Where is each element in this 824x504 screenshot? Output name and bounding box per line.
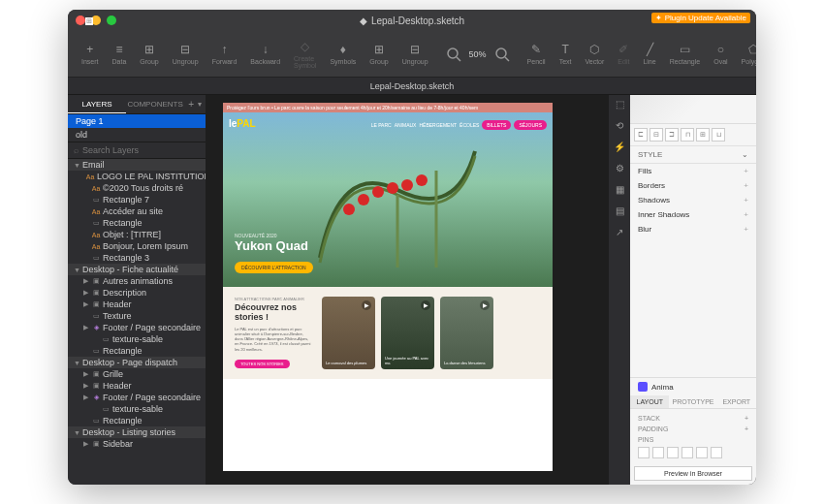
inspector-row-shadows[interactable]: Shadows+ — [630, 193, 756, 207]
tool-forward[interactable]: ↑Forward — [206, 41, 243, 67]
link-icon[interactable]: ⟲ — [613, 120, 626, 134]
tool-data[interactable]: ≡Data — [107, 41, 133, 67]
pin-control[interactable] — [652, 447, 664, 458]
tool-group[interactable]: ⊞Group — [134, 41, 164, 67]
tool-pencil[interactable]: ✎Pencil — [522, 41, 552, 67]
layer-row[interactable]: ▶▣Header — [68, 299, 206, 310]
pin-control[interactable] — [711, 447, 722, 458]
layer-row[interactable]: AaAccéder au site — [68, 205, 206, 217]
plugin-update-badge[interactable]: ✦ Plugin Update Available — [651, 13, 750, 23]
style-header[interactable]: STYLE⌄ — [630, 146, 756, 163]
nav-cta-billets[interactable]: BILLETS — [482, 120, 511, 130]
pin-control[interactable] — [681, 447, 693, 458]
anima-tab-prototype[interactable]: PROTOTYPE — [669, 395, 716, 408]
zoom-window[interactable] — [107, 16, 116, 25]
tab-components[interactable]: COMPONENTS — [126, 95, 184, 113]
inspector-row-borders[interactable]: Borders+ — [630, 178, 756, 193]
layer-row[interactable]: AaBonjour, Lorem Ipsum — [68, 240, 206, 252]
nav-link[interactable]: ÉCOLES — [460, 122, 479, 128]
layer-row[interactable]: ▶▣Sidebar — [68, 438, 206, 450]
pin-control[interactable] — [667, 447, 679, 458]
tool-create-symbol[interactable]: ◇Create Symbol — [288, 38, 322, 71]
tool-vector[interactable]: ⬡Vector — [580, 41, 611, 67]
flash-icon[interactable]: ⚡ — [613, 142, 626, 155]
tool-symbols[interactable]: ♦Symbols — [324, 41, 362, 67]
gear-icon[interactable]: ⚙ — [613, 163, 626, 176]
layer-row[interactable]: ▶◈Footer / Page secondaire — [68, 322, 206, 333]
plus-icon[interactable]: + — [744, 210, 748, 219]
tool-rectangle[interactable]: ▭Rectangle — [664, 41, 707, 67]
layer-row[interactable]: ▭texture-sable — [68, 333, 206, 345]
page-item[interactable]: old — [68, 128, 206, 142]
layer-row[interactable]: ▼⊞Desktop - Page dispatch — [68, 357, 206, 368]
inspector-row-fills[interactable]: Fills+ — [630, 164, 756, 178]
align-top[interactable]: ⊓ — [681, 128, 694, 142]
layer-row[interactable]: ▶▣Header — [68, 380, 206, 392]
layer-row[interactable]: ▭Rectangle 3 — [68, 252, 206, 264]
nav-cta-sejours[interactable]: SÉJOURS — [514, 120, 547, 130]
layout-icon[interactable]: ▤ — [613, 205, 626, 219]
layer-row[interactable]: ▶▣Autres animations — [68, 275, 206, 287]
layer-row[interactable]: Aa©2020 Tous droits ré — [68, 182, 206, 194]
prototype-icon[interactable]: ⬚ — [613, 99, 626, 112]
plus-icon[interactable]: + — [744, 181, 748, 190]
anima-tab-export[interactable]: EXPORT — [717, 395, 756, 408]
tool-insert[interactable]: +Insert — [76, 41, 105, 67]
plus-icon[interactable]: + — [745, 425, 748, 432]
tab-layers[interactable]: LAYERS — [68, 95, 126, 113]
tool-polygon[interactable]: ⬠Polygon — [736, 41, 756, 67]
layer-row[interactable]: ▼⊞Desktop - Fiche actualité — [68, 264, 206, 275]
tool-group[interactable]: ⊞Group — [364, 41, 394, 67]
layer-row[interactable]: ▭Rectangle — [68, 415, 206, 426]
align-bottom[interactable]: ⊔ — [712, 128, 725, 142]
align-center-h[interactable]: ⊟ — [650, 128, 663, 142]
align-right[interactable]: ⊐ — [665, 128, 679, 142]
story-card[interactable]: La danse des lémuriens — [440, 297, 493, 369]
inspector-row-inner-shadows[interactable]: Inner Shadows+ — [630, 207, 756, 222]
nav-link[interactable]: HÉBERGEMENT — [419, 122, 457, 128]
tool-oval[interactable]: ○Oval — [708, 41, 733, 67]
hero-cta-button[interactable]: DÉCOUVRIR L'ATTRACTION — [235, 262, 313, 273]
align-left[interactable]: ⊏ — [634, 128, 648, 142]
plus-icon[interactable]: + — [744, 167, 748, 175]
layer-row[interactable]: ▶▣Grille — [68, 368, 206, 380]
layer-row[interactable]: ▭Rectangle 7 — [68, 194, 206, 205]
tool-line[interactable]: ╱Line — [637, 41, 661, 67]
site-logo[interactable]: lePAL — [229, 118, 256, 129]
layer-row[interactable]: ▶◈Footer / Page secondaire — [68, 392, 206, 403]
export-icon[interactable]: ↗ — [613, 227, 626, 240]
page-item[interactable]: Page 1 — [68, 114, 206, 128]
align-center-v[interactable]: ⊞ — [696, 128, 710, 142]
close-window[interactable] — [76, 16, 85, 25]
preview-browser-button[interactable]: Preview in Browser — [634, 466, 752, 481]
pin-control[interactable] — [696, 447, 708, 458]
tool-ungroup[interactable]: ⊟Ungroup — [396, 41, 434, 67]
tool-backward[interactable]: ↓Backward — [244, 41, 286, 67]
layer-row[interactable]: ▼⊞Desktop - Listing stories — [68, 426, 206, 438]
plus-icon[interactable]: + — [744, 196, 748, 205]
nav-link[interactable]: LE PARC — [371, 122, 392, 128]
inspector-row-blur[interactable]: Blur+ — [630, 222, 756, 236]
zoom-in[interactable] — [489, 45, 516, 64]
layer-row[interactable]: ▼⊞Email — [68, 159, 206, 171]
story-card[interactable]: Une journée au PAL avec ma — [381, 297, 434, 369]
artboard[interactable]: Protégez l'ours brun • Le parc ouvre la … — [223, 103, 553, 471]
stories-cta-button[interactable]: TOUTES NOS STORIES — [235, 360, 290, 368]
layer-row[interactable]: AaLOGO LE PAL INSTITUTIONNEL — [68, 171, 206, 182]
tool-text[interactable]: TText — [554, 41, 578, 67]
grid-icon[interactable]: ▦ — [613, 184, 626, 198]
layer-row[interactable]: ▭Rectangle — [68, 345, 206, 357]
tool-edit[interactable]: ✐Edit — [612, 41, 635, 67]
story-card[interactable]: Le carnaval des plumes — [322, 297, 375, 369]
layer-row[interactable]: ▭texture-sable — [68, 403, 206, 415]
nav-link[interactable]: ANIMAUX — [395, 122, 417, 128]
layer-row[interactable]: AaObjet : [TITRE] — [68, 229, 206, 240]
search-input[interactable] — [82, 145, 200, 155]
zoom-out[interactable] — [440, 45, 467, 64]
layer-row[interactable]: ▭Texture — [68, 310, 206, 322]
canvas[interactable]: Protégez l'ours brun • Le parc ouvre la … — [206, 95, 609, 485]
pin-control[interactable] — [638, 447, 650, 458]
plus-icon[interactable]: + — [745, 415, 748, 422]
layer-row[interactable]: ▶▣Description — [68, 287, 206, 299]
plus-icon[interactable]: + — [744, 225, 748, 234]
